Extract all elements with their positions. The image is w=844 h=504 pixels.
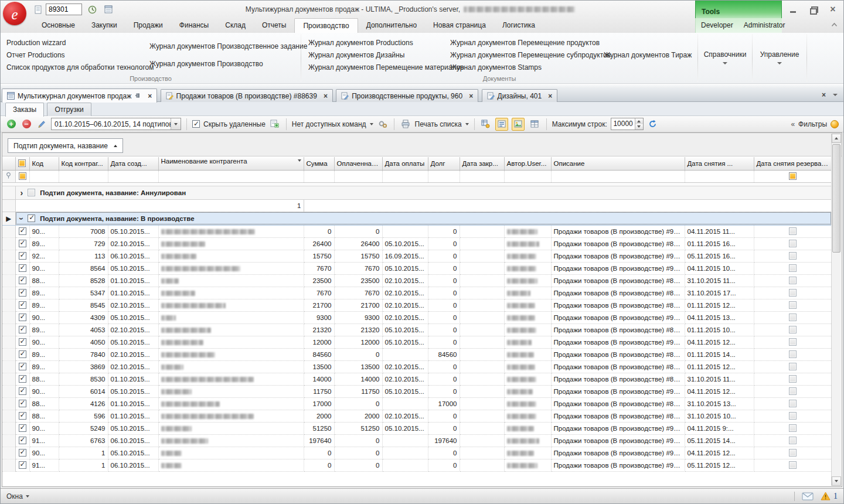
cell-created[interactable]: 02.10.2015... bbox=[108, 237, 158, 250]
row-checkbox[interactable]: ✓ bbox=[19, 461, 26, 469]
cell-reserve-explicit[interactable] bbox=[754, 250, 831, 262]
column-header-reserve-removed[interactable]: Дата снятия ... bbox=[685, 157, 754, 170]
cell-closed-date[interactable] bbox=[460, 447, 504, 459]
cell-sum[interactable]: 14000 bbox=[304, 373, 334, 385]
select-all-checkbox[interactable] bbox=[18, 159, 26, 167]
cell-pay-date[interactable]: 05.10.2015... bbox=[382, 336, 428, 348]
cell-contractor-name[interactable] bbox=[158, 336, 304, 348]
filter-cell[interactable] bbox=[158, 170, 304, 182]
cell-reserve-removed[interactable]: 04.11.2015 12... bbox=[685, 447, 754, 459]
select-all-header[interactable] bbox=[15, 157, 29, 170]
cell-contractor-name[interactable] bbox=[158, 225, 304, 237]
cell-debt[interactable]: 0 bbox=[428, 447, 460, 459]
reserve-explicit-checkbox[interactable] bbox=[789, 363, 797, 370]
cell-reserve-explicit[interactable] bbox=[754, 274, 831, 287]
row-select-cell[interactable]: ✓ bbox=[15, 373, 29, 385]
cell-debt[interactable]: 0 bbox=[428, 422, 460, 434]
cell-contractor-code[interactable]: 6014 bbox=[59, 385, 108, 397]
cell-reserve-removed[interactable]: 01.11.2015 12... bbox=[685, 299, 754, 311]
cell-contractor-name[interactable] bbox=[158, 373, 304, 385]
filter-cell[interactable] bbox=[108, 170, 158, 182]
ribbon-tab-reports[interactable]: Отчеты bbox=[254, 18, 294, 33]
ribbon-tab-additional[interactable]: Дополнительно bbox=[358, 18, 425, 33]
cell-reserve-removed[interactable]: 05.11.2015 14... bbox=[685, 434, 754, 447]
cell-closed-date[interactable] bbox=[460, 323, 504, 336]
cell-code[interactable]: 90... bbox=[29, 385, 59, 397]
row-checkbox[interactable]: ✓ bbox=[19, 449, 26, 457]
cell-author[interactable] bbox=[504, 311, 551, 323]
table-row[interactable]: ✓88...412601.10.2015...17000017000Продаж… bbox=[2, 397, 831, 410]
cell-pay-date[interactable]: 02.10.2015... bbox=[382, 311, 428, 323]
cell-debt[interactable]: 0 bbox=[428, 323, 460, 336]
cell-created[interactable]: 05.10.2015... bbox=[108, 225, 158, 237]
cell-author[interactable] bbox=[504, 410, 551, 422]
cell-reserve-explicit[interactable] bbox=[754, 237, 831, 250]
row-checkbox[interactable]: ✓ bbox=[19, 437, 26, 444]
row-select-cell[interactable]: ✓ bbox=[15, 262, 29, 274]
cell-pay-date[interactable] bbox=[382, 397, 428, 410]
cell-closed-date[interactable] bbox=[460, 299, 504, 311]
cell-author[interactable] bbox=[504, 348, 551, 360]
cell-contractor-name[interactable] bbox=[158, 434, 304, 447]
cell-reserve-removed[interactable]: 01.11.2015 10... bbox=[685, 323, 754, 336]
messages-envelope-icon[interactable] bbox=[802, 492, 814, 500]
ribbon-tab-main[interactable]: Основные bbox=[33, 18, 83, 33]
cell-contractor-name[interactable] bbox=[158, 410, 304, 422]
cell-debt[interactable]: 0 bbox=[428, 311, 460, 323]
cell-created[interactable]: 06.10.2015... bbox=[108, 459, 158, 471]
cell-reserve-removed[interactable]: 31.10.2015 13... bbox=[685, 397, 754, 410]
column-header-author[interactable]: Автор.User... bbox=[504, 157, 551, 170]
row-select-cell[interactable]: ✓ bbox=[15, 323, 29, 336]
cell-description[interactable]: Продажи товаров (В производстве) #88... bbox=[551, 274, 685, 287]
max-rows-value[interactable]: 10000 bbox=[611, 118, 635, 130]
table-row[interactable]: ✓89...405302.10.2015...213202132005.10.2… bbox=[2, 323, 831, 336]
scroll-up-icon[interactable] bbox=[832, 134, 841, 143]
cell-reserve-explicit[interactable] bbox=[754, 459, 831, 471]
cell-reserve-removed[interactable]: 04.11.2015 9:... bbox=[685, 422, 754, 434]
table-row[interactable]: ✓90...105.10.2015...000Продажи товаров (… bbox=[2, 447, 831, 459]
cell-author[interactable] bbox=[504, 287, 551, 299]
ribbon-item-journal-stamps[interactable]: Журнал документов Stamps bbox=[449, 63, 603, 72]
cell-description[interactable]: Продажи товаров (В производстве) #92... bbox=[551, 250, 685, 262]
cell-contractor-code[interactable]: 7008 bbox=[59, 225, 108, 237]
column-header-pay-date[interactable]: Дата оплаты bbox=[382, 157, 428, 170]
filter-cell[interactable] bbox=[382, 170, 428, 182]
cell-pay-date[interactable] bbox=[382, 459, 428, 471]
cell-author[interactable] bbox=[504, 397, 551, 410]
no-commands-dropdown[interactable]: Нет доступных команд bbox=[292, 120, 366, 128]
cell-paid[interactable]: 0 bbox=[334, 348, 382, 360]
cell-reserve-removed[interactable]: 01.11.2015 14... bbox=[685, 348, 754, 360]
cell-description[interactable]: Продажи товаров (В производстве) #89... bbox=[551, 348, 685, 360]
row-select-cell[interactable]: ✓ bbox=[15, 287, 29, 299]
cell-author[interactable] bbox=[504, 373, 551, 385]
cell-description[interactable]: Продажи товаров (В производстве) #90... bbox=[551, 447, 685, 459]
row-select-cell[interactable]: ✓ bbox=[15, 250, 29, 262]
cell-contractor-code[interactable]: 5347 bbox=[59, 287, 108, 299]
cell-closed-date[interactable] bbox=[460, 225, 504, 237]
cell-reserve-removed[interactable]: 31.10.2015 11... bbox=[685, 373, 754, 385]
cell-reserve-removed[interactable]: 05.11.2015 16... bbox=[685, 250, 754, 262]
row-select-cell[interactable]: ✓ bbox=[15, 237, 29, 250]
cell-description[interactable]: Продажи товаров (В производстве) #88... bbox=[551, 410, 685, 422]
cell-description[interactable]: Продажи товаров (В производстве) #90... bbox=[551, 225, 685, 237]
row-checkbox[interactable]: ✓ bbox=[19, 227, 26, 235]
close-tab-icon[interactable]: × bbox=[469, 92, 473, 100]
ribbon-tab-production[interactable]: Производство bbox=[294, 18, 358, 33]
ribbon-item-production-wizzard[interactable]: Production wizzard bbox=[5, 38, 148, 47]
doc-tab-multijournal[interactable]: Мультижурнал документов продаж × bbox=[2, 88, 157, 103]
cell-pay-date[interactable]: 05.10.2015... bbox=[382, 262, 428, 274]
cell-author[interactable] bbox=[504, 422, 551, 434]
close-button[interactable]: × bbox=[827, 4, 839, 15]
cell-code[interactable]: 89... bbox=[29, 348, 59, 360]
cell-contractor-code[interactable]: 8564 bbox=[59, 262, 108, 274]
cell-author[interactable] bbox=[504, 274, 551, 287]
cell-description[interactable]: Продажи товаров (В производстве) #88... bbox=[551, 397, 685, 410]
cell-paid[interactable]: 51250 bbox=[334, 422, 382, 434]
cell-sum[interactable]: 21700 bbox=[304, 299, 334, 311]
row-select-cell[interactable]: ✓ bbox=[15, 225, 29, 237]
reserve-explicit-checkbox[interactable] bbox=[789, 437, 797, 444]
cell-closed-date[interactable] bbox=[460, 360, 504, 373]
cell-created[interactable]: 06.10.2015... bbox=[108, 250, 158, 262]
filter-cell[interactable] bbox=[334, 170, 382, 182]
row-select-cell[interactable]: ✓ bbox=[15, 434, 29, 447]
